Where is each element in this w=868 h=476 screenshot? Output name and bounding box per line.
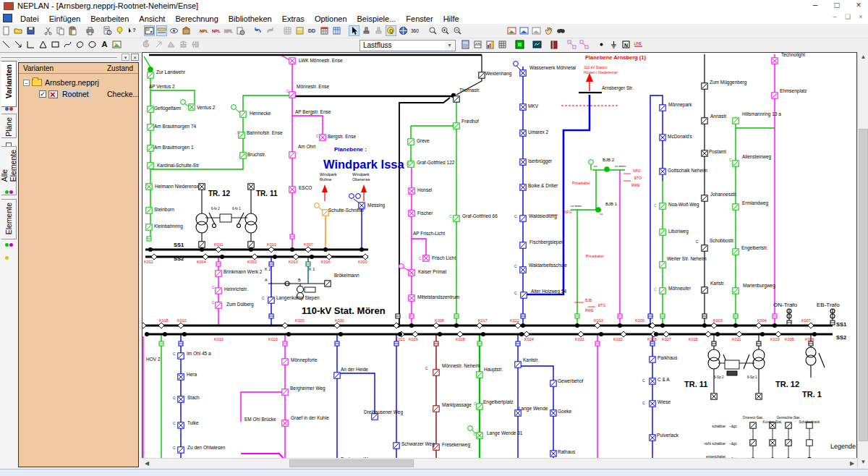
station-node[interactable]: [477, 372, 482, 378]
bus-disconnect-diamond[interactable]: [334, 323, 340, 328]
station-node[interactable]: [320, 135, 326, 140]
bus-disconnect-diamond[interactable]: [305, 247, 311, 252]
tool-copy-icon[interactable]: [55, 25, 66, 36]
station-node[interactable]: [660, 229, 665, 235]
station-node[interactable]: [702, 83, 707, 89]
station-node[interactable]: [199, 242, 205, 247]
bus-connection-dot[interactable]: [290, 247, 294, 252]
station-node[interactable]: [750, 422, 756, 428]
mdi-restore-button[interactable]: ❏: [843, 12, 852, 22]
network-diagram[interactable]: Zur LandwehrAP Ventus 2Ventus 2Geflügelf…: [142, 53, 856, 467]
tool-table2-icon[interactable]: [497, 39, 508, 50]
generator-node[interactable]: [514, 61, 519, 67]
regulator-box[interactable]: [220, 214, 231, 222]
transformer-winding[interactable]: [753, 357, 765, 369]
station-node[interactable]: [216, 302, 221, 308]
tool-netdlg-icon[interactable]: [144, 25, 155, 36]
transformer-winding[interactable]: [237, 224, 241, 228]
tool-lined-icon[interactable]: [1, 39, 12, 50]
station-node[interactable]: [393, 443, 399, 449]
scroll-up-icon[interactable]: ▲: [858, 52, 868, 62]
menu-beispiele[interactable]: Beispiele...: [352, 14, 401, 24]
station-node[interactable]: [520, 70, 526, 76]
bus-disconnect-diamond[interactable]: [578, 331, 584, 337]
regulator-box[interactable]: [305, 287, 315, 292]
station-node[interactable]: [216, 288, 221, 294]
station-node[interactable]: [409, 188, 414, 194]
tree-row-project[interactable]: – Arnsberg.nepprj: [23, 77, 99, 88]
tree-expand-icon[interactable]: –: [23, 80, 30, 86]
scroll-right-icon[interactable]: ▶: [847, 459, 857, 468]
station-node[interactable]: [702, 150, 707, 156]
bus-disconnect-diamond[interactable]: [203, 254, 208, 260]
station-node[interactable]: [334, 373, 340, 378]
station-node[interactable]: [521, 292, 527, 298]
transformer-winding[interactable]: [806, 355, 816, 365]
bus-disconnect-diamond[interactable]: [515, 323, 521, 328]
bus-connection-dot[interactable]: [618, 323, 622, 328]
sidebar-tab-elemente[interactable]: Elemente: [1, 199, 17, 239]
diagram-line[interactable]: [144, 56, 150, 67]
diagram-line[interactable]: [404, 268, 409, 271]
bus-connection-dot[interactable]: [715, 332, 720, 336]
station-node[interactable]: [282, 420, 288, 426]
tool-ground-icon[interactable]: [608, 39, 619, 50]
bus-connection-dot[interactable]: [599, 332, 603, 336]
station-node[interactable]: [148, 163, 153, 169]
bus-disconnect-diamond[interactable]: [711, 323, 717, 328]
bus-connection-dot[interactable]: [438, 332, 442, 336]
calculation-type-combo[interactable]: Lastfluss ▾: [359, 40, 456, 51]
bus-connection-dot[interactable]: [148, 247, 153, 252]
tool-rot4-icon[interactable]: [178, 39, 189, 50]
tool-linea-icon[interactable]: [13, 39, 24, 50]
sidebar-tab-plne[interactable]: Pläne: [1, 114, 17, 138]
station-node[interactable]: [520, 159, 526, 165]
close-button[interactable]: ×: [854, 0, 864, 11]
station-node[interactable]: [756, 394, 762, 399]
diagram-line[interactable]: [516, 66, 521, 70]
scroll-left-icon[interactable]: ◀: [142, 459, 152, 468]
scroll-down-icon[interactable]: ▼: [858, 457, 868, 467]
bus-disconnect-diamond[interactable]: [524, 331, 529, 337]
node-dot[interactable]: [604, 166, 610, 172]
menu-bibliotheken[interactable]: Bibliotheken: [224, 14, 277, 24]
station-node[interactable]: [240, 111, 246, 117]
tree-row-rootnet[interactable]: ✓ Rootnet: [39, 89, 90, 99]
station-node[interactable]: [423, 255, 429, 261]
tool-chartb-icon[interactable]: [485, 39, 495, 50]
tool-panely-icon[interactable]: [294, 25, 305, 36]
station-node[interactable]: [515, 410, 521, 416]
generator-node[interactable]: [399, 264, 404, 269]
station-node[interactable]: [733, 288, 739, 294]
bus-connection-dot[interactable]: [163, 332, 167, 336]
tool-hand-icon[interactable]: [543, 25, 554, 36]
vertical-scroll-thumb[interactable]: [859, 129, 868, 441]
tool-tri-icon[interactable]: [38, 39, 48, 50]
mdi-close-button[interactable]: ×: [856, 12, 865, 22]
tool-lensm-icon[interactable]: [452, 25, 463, 36]
station-node[interactable]: [454, 123, 459, 129]
station-node[interactable]: [520, 130, 526, 136]
menu-berechnung[interactable]: Berechnung: [170, 14, 223, 24]
diagram-canvas[interactable]: Zur LandwehrAP Ventus 2Ventus 2Geflügelf…: [142, 52, 857, 467]
station-node[interactable]: [479, 72, 485, 78]
tool-imgg-icon[interactable]: [531, 25, 542, 36]
menu-hilfe[interactable]: Hilfe: [438, 14, 464, 24]
station-node[interactable]: [289, 58, 295, 64]
bus-disconnect-diamond[interactable]: [663, 331, 669, 337]
bus-disconnect-diamond[interactable]: [362, 254, 368, 260]
bus-disconnect-diamond[interactable]: [282, 323, 288, 328]
transformer-winding[interactable]: [245, 221, 257, 233]
station-node[interactable]: [454, 96, 459, 102]
station-node[interactable]: [148, 124, 153, 130]
station-node[interactable]: [178, 353, 184, 359]
tool-rot2-icon[interactable]: [153, 39, 164, 50]
combo-dropdown-icon[interactable]: ▾: [445, 41, 454, 50]
station-node[interactable]: [178, 374, 184, 380]
tool-lensp-icon[interactable]: [440, 25, 451, 36]
generator-node[interactable]: [231, 105, 237, 110]
bus-connection-dot[interactable]: [409, 323, 414, 328]
station-node[interactable]: [786, 422, 791, 428]
tool-tableb-icon[interactable]: [331, 25, 342, 36]
bus-disconnect-diamond[interactable]: [142, 323, 146, 328]
